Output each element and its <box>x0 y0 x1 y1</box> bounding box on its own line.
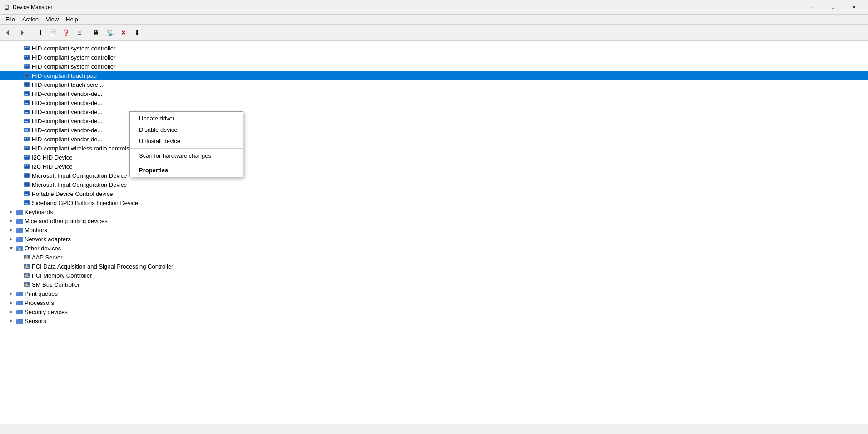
computer-properties-button[interactable]: 🖥 <box>32 26 45 39</box>
device-icon <box>23 135 30 143</box>
properties-item[interactable]: Properties <box>130 165 243 176</box>
item-label: Sideband GPIO Buttons Injection Device <box>32 200 138 206</box>
item-label: HID-compliant vendor-de... <box>32 90 102 97</box>
item-label: Microsoft Input Configuration Device <box>32 181 127 188</box>
expand-arrow[interactable] <box>7 244 15 252</box>
menu-view[interactable]: View <box>42 15 62 24</box>
svg-rect-73 <box>25 174 29 177</box>
expand-arrow <box>15 54 22 61</box>
title-bar: 🖥 Device Manager ─ □ ✕ <box>0 0 868 15</box>
svg-rect-20 <box>27 75 28 75</box>
expand-arrow[interactable] <box>7 299 15 306</box>
item-label: Monitors <box>25 227 47 234</box>
device-icon: ! <box>23 254 30 261</box>
svg-rect-43 <box>25 120 29 122</box>
item-label: I2C HID Device <box>32 154 73 161</box>
svg-rect-31 <box>25 94 28 95</box>
svg-rect-111 <box>16 246 19 248</box>
tree-item[interactable]: ! SM Bus Controller <box>0 280 868 289</box>
tree-item[interactable]: HID-compliant system controller <box>0 62 868 71</box>
tree-item[interactable]: HID-compliant vendor-de... <box>0 98 868 107</box>
update-driver-item[interactable]: Update driver <box>130 113 243 124</box>
tree-item[interactable]: Security devices <box>0 307 868 316</box>
tree-item[interactable]: ! PCI Data Acquisition and Signal Proces… <box>0 262 868 271</box>
scan-hardware-item[interactable]: Scan for hardware changes <box>130 150 243 161</box>
update-driver-button[interactable]: ⬇ <box>131 26 144 39</box>
expand-arrow[interactable] <box>7 308 15 315</box>
item-label: AAP Server <box>32 254 63 261</box>
help-button[interactable]: ❓ <box>60 26 72 39</box>
svg-rect-45 <box>27 120 28 120</box>
item-label: HID-compliant system controller <box>32 45 115 52</box>
svg-rect-33 <box>25 101 29 104</box>
tree-item[interactable]: HID-compliant touch pad <box>0 71 868 80</box>
scan-icon-button[interactable]: 📡 <box>104 26 116 39</box>
expand-arrow[interactable] <box>7 317 15 324</box>
context-sep-2 <box>130 163 243 163</box>
expand-arrow[interactable] <box>7 226 15 234</box>
expand-arrow[interactable] <box>7 217 15 224</box>
close-button[interactable]: ✕ <box>843 0 864 15</box>
tree-item[interactable]: Sensors <box>0 316 868 325</box>
tree-item[interactable]: Print queues <box>0 289 868 298</box>
uninstall-device-item[interactable]: Uninstall device <box>130 135 243 147</box>
item-label: PCI Data Acquisition and Signal Processi… <box>32 263 173 270</box>
svg-rect-40 <box>27 111 28 111</box>
svg-rect-58 <box>25 147 29 150</box>
tree-item[interactable]: HID-compliant system controller <box>0 53 868 62</box>
expand-arrow[interactable] <box>7 235 15 243</box>
svg-rect-95 <box>16 210 19 211</box>
expand-arrow <box>15 172 22 179</box>
tree-item[interactable]: HID-compliant vendor-de... <box>0 89 868 98</box>
tree-item[interactable]: Processors <box>0 298 868 307</box>
display-button[interactable]: 🖥 <box>90 26 103 39</box>
svg-rect-71 <box>25 167 28 167</box>
tree-item[interactable]: Sideband GPIO Buttons Injection Device <box>0 198 868 207</box>
expand-arrow[interactable] <box>7 290 15 297</box>
expand-arrow <box>15 117 22 125</box>
tree-item[interactable]: ! Other devices <box>0 244 868 253</box>
svg-rect-8 <box>25 56 29 59</box>
back-button[interactable] <box>2 26 15 39</box>
tree-item[interactable]: Monitors <box>0 225 868 234</box>
tree-item[interactable]: Keyboards <box>0 207 868 216</box>
menu-help[interactable]: Help <box>62 15 82 24</box>
device-icon <box>23 99 30 106</box>
disable-red-button[interactable]: ✕ <box>117 26 130 39</box>
tree-item[interactable]: Network adapters <box>0 234 868 244</box>
svg-rect-9 <box>25 56 26 57</box>
status-bar <box>0 424 868 434</box>
svg-rect-56 <box>25 140 28 140</box>
tree-item[interactable]: HID-compliant touch scre... <box>0 80 868 89</box>
svg-rect-60 <box>27 147 28 148</box>
menu-action[interactable]: Action <box>19 15 42 24</box>
minimize-button[interactable]: ─ <box>802 0 823 15</box>
device-icon <box>23 54 30 61</box>
tree-item[interactable]: Microsoft Input Configuration Device <box>0 180 868 189</box>
svg-rect-140 <box>16 311 23 314</box>
maximize-button[interactable]: □ <box>823 0 843 15</box>
disable-device-item[interactable]: Disable device <box>130 124 243 135</box>
device-icon <box>23 81 30 88</box>
svg-marker-92 <box>10 210 12 214</box>
properties-button[interactable]: 📄 <box>46 26 59 39</box>
main-content[interactable]: HID-compliant system controller HID-comp… <box>0 41 868 424</box>
svg-marker-0 <box>6 30 9 35</box>
svg-rect-25 <box>27 84 28 84</box>
tree-item[interactable]: Mice and other pointing devices <box>0 216 868 225</box>
svg-rect-99 <box>16 219 19 220</box>
tree-item[interactable]: ! AAP Server <box>0 253 868 262</box>
expand-arrow <box>15 63 22 70</box>
device-icon <box>23 199 30 206</box>
tree-item[interactable]: Portable Device Control device <box>0 189 868 198</box>
tree-item[interactable]: HID-compliant system controller <box>0 44 868 53</box>
forward-button[interactable] <box>15 26 28 39</box>
expand-arrow <box>15 199 22 206</box>
svg-rect-16 <box>25 67 28 67</box>
uninstall-button[interactable]: ⊟ <box>73 26 86 39</box>
tree-item[interactable]: ! PCI Memory Controller <box>0 271 868 280</box>
expand-arrow[interactable] <box>7 208 15 215</box>
svg-rect-81 <box>25 185 28 185</box>
menu-file[interactable]: File <box>2 15 19 24</box>
svg-rect-18 <box>25 74 29 77</box>
